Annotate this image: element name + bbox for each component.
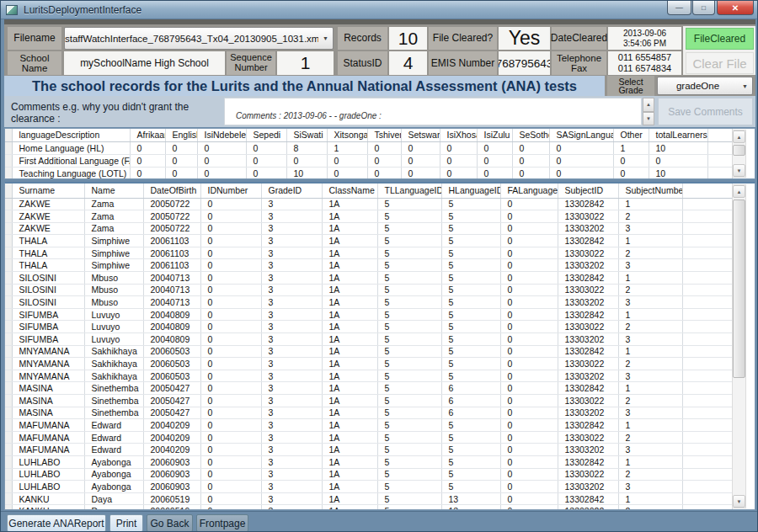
cell[interactable]: 2: [618, 358, 682, 370]
cell[interactable]: 0: [200, 419, 261, 432]
column-header[interactable]: TLLanguageID: [377, 184, 441, 198]
row-header[interactable]: [5, 407, 12, 419]
cell[interactable]: 5: [377, 455, 441, 468]
cell[interactable]: 0: [200, 481, 261, 493]
cell[interactable]: 0: [500, 492, 558, 505]
cell[interactable]: 10: [649, 167, 707, 179]
cell[interactable]: 20040809: [143, 308, 200, 321]
cell[interactable]: 0: [401, 167, 440, 179]
column-header[interactable]: IDNumber: [200, 184, 261, 198]
cell[interactable]: 5: [441, 481, 500, 493]
cell[interactable]: Sinethemba: [84, 382, 143, 395]
cell[interactable]: 3: [261, 481, 322, 493]
cell[interactable]: 0: [512, 167, 549, 179]
cell[interactable]: 0: [440, 141, 477, 154]
cell[interactable]: 1A: [322, 395, 377, 407]
cell[interactable]: 13303022: [558, 358, 618, 370]
cell[interactable]: 20060503: [143, 358, 200, 370]
row-header[interactable]: [5, 154, 12, 167]
cell[interactable]: 0: [197, 167, 246, 179]
cell[interactable]: 13303202: [558, 259, 618, 272]
column-header[interactable]: IsiZulu: [477, 129, 512, 141]
cell[interactable]: SIFUMBA: [12, 333, 84, 346]
row-header[interactable]: [5, 321, 12, 333]
cell[interactable]: 5: [441, 419, 500, 432]
column-header[interactable]: DateOfBirth: [143, 184, 200, 198]
cell[interactable]: 0: [512, 141, 549, 154]
cell[interactable]: Sakhikhaya: [84, 345, 143, 358]
cell[interactable]: 0: [327, 167, 367, 179]
cell[interactable]: ZAKWE: [12, 222, 84, 235]
cell[interactable]: 0: [246, 167, 286, 179]
cell[interactable]: 5: [441, 272, 500, 285]
cell[interactable]: Zama: [84, 222, 143, 235]
cell[interactable]: 1A: [322, 345, 377, 358]
cell[interactable]: 1A: [322, 272, 377, 285]
column-header[interactable]: FALanguageID: [500, 184, 558, 198]
cell[interactable]: 5: [441, 296, 500, 309]
cell[interactable]: 13303202: [558, 481, 618, 493]
cell[interactable]: THALA: [12, 235, 84, 247]
close-button[interactable]: ✕: [717, 1, 754, 15]
cell[interactable]: 13302842: [558, 272, 618, 285]
cell[interactable]: 1A: [322, 505, 377, 510]
cell[interactable]: 20050427: [143, 407, 200, 419]
cell[interactable]: 5: [441, 259, 500, 272]
cell[interactable]: 3: [261, 382, 322, 395]
cell[interactable]: 1A: [322, 284, 377, 296]
cell[interactable]: 0: [200, 284, 261, 296]
cell[interactable]: 0: [500, 431, 558, 444]
cell[interactable]: 0: [500, 247, 558, 259]
cell[interactable]: 0: [500, 455, 558, 468]
cell[interactable]: First Additional Language (FAL): [12, 154, 130, 167]
cell[interactable]: Edward: [84, 431, 143, 444]
cell[interactable]: 13303202: [558, 222, 618, 235]
cell[interactable]: 1A: [322, 407, 377, 419]
row-header[interactable]: [5, 247, 12, 259]
cell[interactable]: Luvuyo: [84, 333, 143, 346]
row-header[interactable]: [5, 141, 12, 154]
cell[interactable]: 5: [377, 247, 441, 259]
cell[interactable]: 0: [165, 167, 197, 179]
cell[interactable]: 3: [261, 272, 322, 285]
cell[interactable]: 1A: [322, 468, 377, 481]
frontpage-button[interactable]: Frontpage: [196, 514, 248, 532]
cell[interactable]: 0: [500, 345, 558, 358]
row-header[interactable]: [5, 259, 12, 272]
cell[interactable]: 3: [261, 259, 322, 272]
cell[interactable]: 20060503: [143, 370, 200, 382]
table-row[interactable]: SIFUMBALuvuyo20040809031A550133028421: [5, 308, 733, 321]
cell[interactable]: 0: [500, 370, 558, 382]
table-row[interactable]: ZAKWEZama20050722031A550133028421: [5, 198, 733, 210]
cell[interactable]: 0: [200, 198, 261, 210]
scrollbar-thumb[interactable]: [733, 145, 745, 156]
cell[interactable]: 20040209: [143, 431, 200, 444]
cell[interactable]: 0: [200, 358, 261, 370]
comments-input[interactable]: Comments : 2013-09-06 - - gradeOne :: [224, 98, 642, 125]
cell[interactable]: 13302842: [558, 198, 618, 210]
cell[interactable]: Luvuyo: [84, 321, 143, 333]
cell[interactable]: 0: [130, 154, 165, 167]
cell[interactable]: 0: [200, 247, 261, 259]
scroll-down-button[interactable]: ▼: [733, 164, 745, 177]
cell[interactable]: Luvuyo: [84, 308, 143, 321]
grade-dropdown[interactable]: gradeOne ▼: [657, 77, 753, 95]
cell[interactable]: 1A: [322, 431, 377, 444]
cell[interactable]: 0: [477, 141, 512, 154]
row-header[interactable]: [5, 444, 12, 456]
cell[interactable]: 13303022: [558, 210, 618, 223]
cell[interactable]: Teaching Language (LOTL): [12, 167, 130, 179]
cell[interactable]: 0: [500, 259, 558, 272]
cell[interactable]: MNYAMANA: [12, 358, 84, 370]
cell[interactable]: 0: [500, 444, 558, 456]
cell[interactable]: 3: [261, 222, 322, 235]
cell[interactable]: Mbuso: [84, 284, 143, 296]
cell[interactable]: 20060903: [143, 468, 200, 481]
cell[interactable]: 0: [246, 154, 286, 167]
cell[interactable]: 3: [261, 296, 322, 309]
cell[interactable]: LUHLABO: [12, 468, 84, 481]
table-row[interactable]: MASINASinethemba20050427031A560133030222: [5, 395, 733, 407]
cell[interactable]: 1A: [322, 247, 377, 259]
cell[interactable]: 0: [327, 154, 367, 167]
cell[interactable]: 20040209: [143, 444, 200, 456]
